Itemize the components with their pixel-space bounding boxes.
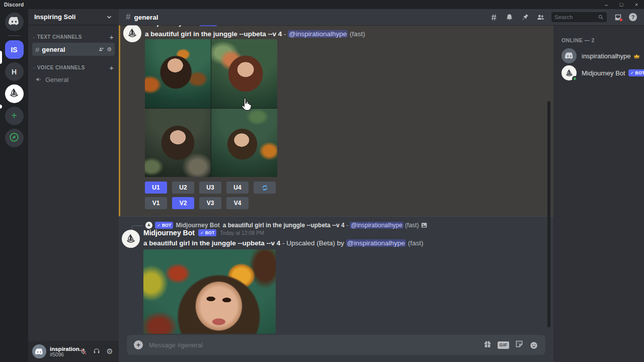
- prompt-text: a beautiful girl in the junggle --upbeta…: [145, 30, 282, 38]
- reply-author[interactable]: Midjourney Bot: [176, 222, 219, 229]
- online-group-label: ONLINE — 2: [557, 37, 640, 43]
- grid-image-1[interactable]: [145, 39, 211, 108]
- avatar[interactable]: [122, 230, 140, 248]
- u3-button[interactable]: U3: [199, 182, 221, 194]
- create-text-channel-button[interactable]: +: [109, 33, 114, 41]
- grid-image-3[interactable]: [145, 109, 211, 177]
- search-placeholder: Search: [554, 14, 573, 20]
- avatar: [145, 222, 152, 229]
- bot-badge: ✓ BOT: [198, 229, 216, 236]
- notifications-bell-icon[interactable]: [505, 13, 514, 22]
- v3-button[interactable]: V3: [199, 197, 221, 209]
- inbox-notification-dot: [619, 18, 623, 22]
- sailboat-icon: [8, 86, 21, 102]
- sticker-icon[interactable]: [515, 339, 524, 350]
- window-controls: – □ ×: [599, 0, 644, 9]
- add-server-button[interactable]: +: [5, 107, 24, 125]
- u1-button[interactable]: U1: [145, 182, 167, 194]
- discord-home-button[interactable]: [5, 13, 24, 31]
- explore-servers-button[interactable]: [5, 129, 24, 147]
- avatar: [561, 65, 577, 80]
- help-icon[interactable]: ?: [629, 13, 637, 21]
- generated-image-grid[interactable]: [145, 39, 277, 177]
- mention-pill[interactable]: @inspirationalhype: [346, 239, 406, 247]
- channel-title: general: [134, 14, 158, 21]
- v4-button[interactable]: V4: [226, 197, 249, 209]
- emoji-picker-button[interactable]: [529, 341, 538, 352]
- server-header[interactable]: Inspiring Soli: [28, 9, 119, 25]
- server-icon-midjourney[interactable]: [5, 84, 24, 103]
- discord-logo-icon: [8, 17, 20, 28]
- section-collapse-icon: ⌄: [32, 35, 36, 39]
- upscaled-image[interactable]: [143, 249, 276, 334]
- sidebar-item-general[interactable]: # general ⚙: [32, 43, 115, 56]
- mic-muted-button[interactable]: [78, 346, 89, 356]
- headphones-button[interactable]: [92, 346, 102, 356]
- grid-image-4[interactable]: [211, 109, 277, 177]
- mention-pill[interactable]: @inspirationalhype: [350, 222, 403, 229]
- member-midjourney-bot[interactable]: Midjourney Bot ✓ BOT: [557, 64, 640, 81]
- channel-name-label: general: [42, 46, 65, 53]
- channel-settings-gear-icon[interactable]: ⚙: [107, 46, 112, 53]
- u4-button[interactable]: U4: [226, 182, 249, 194]
- message-input[interactable]: Message #general: [149, 341, 203, 349]
- member-inspirationalhype[interactable]: inspirationalhype: [557, 47, 640, 64]
- discord-logo-icon: [35, 348, 44, 355]
- window-titlebar: Discord – □ ×: [0, 0, 644, 9]
- user-meta[interactable]: inspiration... #5096: [50, 346, 78, 357]
- bot-badge: ✓ BOT: [628, 69, 644, 76]
- message-text: a beautiful girl in the junggle --upbeta…: [145, 30, 543, 38]
- discord-logo-icon: [565, 52, 574, 59]
- invite-people-icon[interactable]: [98, 46, 104, 52]
- image-attachment-icon: [421, 222, 428, 229]
- variation-button-row: V1 V2 V3 V4: [145, 197, 249, 209]
- chat-scrollbar[interactable]: [547, 101, 550, 327]
- member-list-icon[interactable]: [536, 13, 545, 22]
- avatar[interactable]: [32, 344, 46, 358]
- search-input[interactable]: Search: [551, 12, 607, 22]
- fast-label: (fast): [350, 30, 365, 38]
- sidebar-item-voice-general[interactable]: General: [32, 73, 115, 85]
- compass-icon: [9, 132, 20, 145]
- reply-preview-text: a beautiful girl in the junggle --upbeta…: [223, 222, 345, 229]
- member-list: ONLINE — 2 inspirationalhype Midjourney …: [553, 25, 644, 362]
- reroll-button[interactable]: [254, 182, 276, 194]
- avatar[interactable]: [123, 25, 141, 42]
- v1-button[interactable]: V1: [145, 197, 167, 209]
- server-rail: IS H +: [0, 9, 28, 362]
- text-channels-label: TEXT CHANNELS: [37, 34, 82, 40]
- pinned-messages-icon[interactable]: [520, 13, 529, 22]
- main-content: # general Search ? Mi: [119, 9, 644, 362]
- online-status-dot: [572, 76, 578, 81]
- close-button[interactable]: ×: [629, 0, 644, 9]
- threads-icon[interactable]: [489, 13, 498, 22]
- server-icon-inspiring-soli[interactable]: IS: [5, 40, 24, 59]
- server-name: Inspiring Soli: [34, 13, 75, 21]
- text-channels-section[interactable]: ⌄ TEXT CHANNELS +: [28, 33, 119, 41]
- chat-header: # general Search ?: [119, 9, 644, 25]
- server-icon-h[interactable]: H: [5, 62, 24, 81]
- maximize-button[interactable]: □: [614, 0, 629, 9]
- minimize-button[interactable]: –: [599, 0, 614, 9]
- upscale-button-row: U1 U2 U3 U4: [145, 182, 276, 194]
- attach-file-button[interactable]: +: [134, 340, 143, 349]
- mention-pill[interactable]: @inspirationalhype: [288, 30, 348, 38]
- user-discriminator: #5096: [50, 352, 78, 357]
- gif-picker-button[interactable]: GIF: [498, 341, 509, 349]
- avatar: [561, 48, 577, 63]
- clipped-message-header: Midjourney Bot ✓ BOT: [145, 25, 217, 27]
- voice-channels-section[interactable]: ⌄ VOICE CHANNELS +: [28, 64, 119, 71]
- settings-gear-button[interactable]: ⚙: [105, 346, 115, 356]
- section-collapse-icon: ⌄: [32, 66, 36, 69]
- user-panel: inspiration... #5096 ⚙: [28, 341, 119, 362]
- gift-icon[interactable]: [483, 339, 492, 350]
- create-voice-channel-button[interactable]: +: [109, 64, 114, 71]
- u2-button[interactable]: U2: [172, 182, 194, 194]
- channel-sidebar: Inspiring Soli ⌄ TEXT CHANNELS + # gener…: [28, 9, 119, 362]
- upscaled-image-art: [143, 249, 276, 334]
- inbox-icon[interactable]: [613, 13, 622, 22]
- v2-button[interactable]: V2: [172, 197, 194, 209]
- author-name[interactable]: Midjourney Bot: [143, 229, 195, 237]
- message-header: Midjourney Bot ✓ BOT Today at 12:08 PM: [143, 229, 264, 237]
- message-composer[interactable]: + Message #general GIF: [127, 335, 545, 355]
